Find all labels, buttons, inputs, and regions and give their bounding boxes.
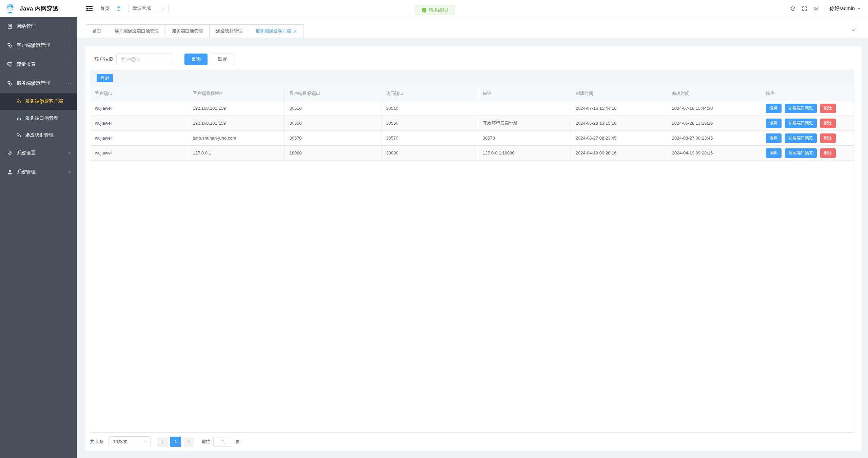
fold-menu-icon[interactable]: [85, 5, 93, 13]
link-icon: [16, 132, 22, 138]
link-icon: [7, 42, 13, 48]
sidebar-item[interactable]: 系统设置: [0, 144, 77, 163]
user-menu[interactable]: 你好!admin: [829, 5, 861, 12]
app-title: Java 内网穿透: [20, 5, 59, 13]
chevron-down-icon: [67, 43, 72, 47]
table-cell: 30570: [284, 131, 381, 146]
sidebar-item-label: 流量报表: [17, 61, 36, 67]
theme-icon[interactable]: [813, 6, 819, 12]
app-root: Java 内网穿透 网络管理客户端渗透管理流量报表服务端渗透管理服务端渗透客户端…: [0, 0, 868, 458]
refresh-icon[interactable]: [790, 6, 796, 12]
search-form: 客户端ID 查询 重置: [85, 46, 862, 65]
page-size-select[interactable]: 10条/页: [108, 436, 151, 447]
tab[interactable]: 首页: [86, 24, 108, 38]
sidebar-item[interactable]: 网络管理: [0, 17, 77, 36]
goto-page-input[interactable]: [213, 437, 232, 447]
table-row: wujiawei127.0.0.11808038080127.0.0.1:180…: [90, 146, 854, 161]
page-1-button[interactable]: 1: [170, 437, 181, 447]
chevron-down-icon: [67, 151, 72, 155]
table-cell: 30510: [284, 101, 381, 116]
link-icon: [7, 80, 13, 86]
query-button[interactable]: 查询: [184, 54, 208, 65]
table-row: wujiawei192.168.101.1593055030550开发环境云端地…: [90, 116, 854, 131]
tabbar: 首页客户端渗透端口池管理服务端口池管理渗透映射管理服务端渗透客户端×: [77, 17, 868, 38]
sidebar-subitem[interactable]: 渗透映射管理: [0, 127, 77, 144]
logo-bar: Java 内网穿透: [0, 0, 77, 17]
sidebar-item[interactable]: 流量报表: [0, 55, 77, 74]
table-toolbar: 添加: [90, 70, 854, 86]
edit-button[interactable]: 编辑: [766, 133, 782, 143]
next-page-button[interactable]: [183, 437, 194, 447]
sidebar-item-label: 客户端渗透管理: [17, 42, 50, 48]
link-icon: [16, 99, 22, 104]
check-circle-icon: [422, 8, 427, 13]
column-header: 操作: [761, 86, 854, 101]
column-header: 创建时间: [571, 86, 667, 101]
table-cell: 192.168.101.159: [188, 101, 284, 116]
visitor-port-preview-button[interactable]: 访客端口预览: [785, 119, 817, 128]
sidebar-item-label: 系统管理: [17, 169, 36, 175]
table-cell: 192.168.101.159: [188, 116, 284, 131]
sidebar-subitem[interactable]: 服务端口池管理: [0, 110, 77, 127]
table-cell: wujiawei: [90, 146, 188, 161]
delete-button[interactable]: 删除: [820, 119, 836, 128]
success-toast: 请求成功!: [415, 5, 455, 15]
tabs-overflow-chevron-icon[interactable]: [851, 28, 856, 33]
table-cell: [478, 101, 571, 116]
region-select[interactable]: 默认区域: [129, 4, 169, 13]
sidebar-item-label: 系统设置: [17, 150, 36, 156]
user-icon: [7, 169, 13, 175]
bar-chart-icon: [16, 116, 22, 121]
sidebar: Java 内网穿透 网络管理客户端渗透管理流量报表服务端渗透管理服务端渗透客户端…: [0, 0, 77, 458]
prev-page-button[interactable]: [157, 437, 168, 447]
chevron-up-icon: [67, 81, 72, 85]
table-wrap: 客户端ID客户端目标地址客户端目标端口访问端口描述创建时间修改时间操作 wuji…: [90, 86, 854, 433]
edit-button[interactable]: 编辑: [766, 104, 782, 113]
tabs: 首页客户端渗透端口池管理服务端口池管理渗透映射管理服务端渗透客户端×: [86, 24, 303, 38]
topbar: 首页 默认区域 你好!admin: [77, 0, 868, 17]
chevron-down-icon: [67, 170, 72, 174]
client-id-input[interactable]: [116, 54, 173, 65]
table-cell: 30570: [478, 131, 571, 146]
column-header: 客户端ID: [90, 86, 188, 101]
visitor-port-preview-button[interactable]: 访客端口预览: [785, 148, 817, 158]
toast-message: 请求成功!: [429, 7, 448, 13]
table-cell: 2024-04-19 09:28:16: [571, 146, 667, 161]
table-cell: wujiawei: [90, 101, 188, 116]
content-card: 客户端ID 查询 重置 添加 客户端ID客户端目标地址客户端目标端口访问端口描述…: [85, 46, 862, 451]
sidebar-subitem[interactable]: 服务端渗透客户端: [0, 93, 77, 110]
table-cell: 30510: [381, 101, 478, 116]
fullscreen-icon[interactable]: [802, 6, 807, 12]
greeting-text: 你好!admin: [829, 5, 855, 12]
close-icon[interactable]: ×: [294, 29, 297, 34]
sidebar-item[interactable]: 客户端渗透管理: [0, 36, 77, 55]
breadcrumb-home[interactable]: 首页: [100, 5, 110, 12]
delete-button[interactable]: 删除: [820, 133, 836, 143]
sidebar-subitem-label: 服务端渗透客户端: [25, 98, 63, 104]
delete-button[interactable]: 删除: [820, 148, 836, 158]
robot-logo-icon: [4, 2, 16, 15]
sidebar-item[interactable]: 服务端渗透管理: [0, 74, 77, 93]
actions-cell: 编辑访客端口预览删除: [761, 116, 854, 131]
edit-button[interactable]: 编辑: [766, 148, 782, 158]
tab[interactable]: 服务端渗透客户端×: [249, 24, 303, 38]
search-label: 客户端ID: [94, 56, 113, 62]
reset-button[interactable]: 重置: [211, 54, 234, 65]
board-chart-icon: [7, 61, 13, 67]
edit-button[interactable]: 编辑: [766, 119, 782, 128]
tab[interactable]: 渗透映射管理: [209, 24, 249, 38]
topbar-actions: 你好!admin: [784, 5, 861, 12]
table-cell: 2024-08-27 08:23:45: [571, 131, 667, 146]
tab[interactable]: 服务端口池管理: [165, 24, 210, 38]
chevron-down-icon: [67, 62, 72, 66]
delete-button[interactable]: 删除: [820, 104, 836, 113]
table-cell: 30570: [381, 131, 478, 146]
visitor-port-preview-button[interactable]: 访客端口预览: [785, 133, 817, 143]
tab-label: 客户端渗透端口池管理: [115, 28, 159, 34]
table-row: wujiawei192.168.101.15930510305102024-07…: [90, 101, 854, 116]
tab[interactable]: 客户端渗透端口池管理: [108, 24, 165, 38]
sidebar-item[interactable]: 系统管理: [0, 163, 77, 182]
add-button[interactable]: 添加: [97, 74, 113, 82]
visitor-port-preview-button[interactable]: 访客端口预览: [785, 104, 817, 113]
total-count: 共 4 条: [90, 439, 103, 445]
